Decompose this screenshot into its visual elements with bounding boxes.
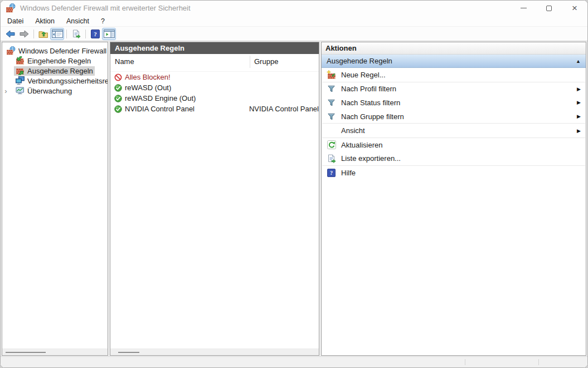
console-tree-icon (52, 30, 63, 38)
action-label: Nach Gruppe filtern (341, 112, 404, 121)
collapse-arrow-icon[interactable]: ▲ (576, 58, 581, 64)
console-tree: Windows Defender Firewall mit (2, 42, 108, 96)
rule-name: NVIDIA Control Panel (125, 105, 244, 113)
tree-item-monitoring[interactable]: › Überwachung (2, 86, 108, 96)
tree-item-inbound-rules[interactable]: Eingehende Regeln (2, 56, 108, 66)
firewall-globe-icon (7, 46, 16, 55)
forward-button[interactable] (17, 28, 31, 40)
outbound-rules-icon (16, 66, 25, 75)
submenu-arrow-icon: ▶ (577, 114, 581, 119)
firewall-app-icon (6, 3, 16, 13)
action-label: Aktualisieren (341, 141, 382, 149)
toolbar-separator (33, 30, 34, 38)
menu-help[interactable]: ? (101, 17, 105, 25)
action-help[interactable]: ? Hilfe (322, 166, 586, 180)
column-headers: Name Gruppe (110, 54, 319, 72)
main-area: Windows Defender Firewall mit (1, 41, 587, 356)
tree-horizontal-scrollbar[interactable] (2, 349, 108, 355)
rules-list-pane: Ausgehende Regeln Name Gruppe Alles Bloc… (110, 42, 319, 356)
action-pane-toggle-button[interactable] (102, 28, 116, 40)
console-tree-toggle-button[interactable] (50, 28, 64, 40)
tree-root-label: Windows Defender Firewall mit (18, 47, 108, 55)
column-divider[interactable] (250, 56, 250, 68)
console-tree-pane: Windows Defender Firewall mit (2, 42, 108, 356)
blocked-icon (114, 73, 122, 81)
svg-text:?: ? (330, 170, 333, 176)
menu-datei[interactable]: Datei (7, 17, 23, 25)
action-filter-by-profile[interactable]: Nach Profil filtern ▶ (322, 82, 586, 96)
back-button[interactable] (3, 28, 17, 40)
minimize-button[interactable] (511, 1, 536, 16)
empty-icon-slot (327, 126, 336, 135)
action-new-rule[interactable]: Neue Regel... (322, 68, 586, 82)
tree-node-monitoring[interactable]: Überwachung (14, 86, 74, 96)
tree-root-row[interactable]: Windows Defender Firewall mit (2, 46, 108, 56)
tree-node-inbound[interactable]: Eingehende Regeln (14, 56, 93, 66)
action-export-list[interactable]: Liste exportieren... (322, 152, 586, 166)
submenu-arrow-icon: ▶ (577, 86, 581, 92)
action-filter-by-status[interactable]: Nach Status filtern ▶ (322, 96, 586, 110)
tree-item-label: Verbindungssicherheitsrege (27, 77, 108, 85)
tree-item-connection-security[interactable]: Verbindungssicherheitsrege (2, 76, 108, 86)
status-bar-divider (538, 359, 539, 365)
action-refresh[interactable]: Aktualisieren (322, 138, 586, 152)
close-icon: × (572, 3, 577, 13)
export-list-button[interactable] (69, 28, 83, 40)
rule-name: Alles Blocken! (125, 73, 252, 81)
rule-row-rewasd[interactable]: reWASD (Out) (110, 82, 319, 93)
rule-name: reWASD Engine (Out) (125, 94, 252, 102)
help-button[interactable]: ? (88, 28, 102, 40)
app-window: Windows Defender Firewall mit erweiterte… (0, 0, 588, 368)
status-bar (1, 356, 587, 367)
action-label: Nach Profil filtern (341, 85, 396, 93)
maximize-icon (546, 6, 552, 11)
tree-item-label: Ausgehende Regeln (27, 67, 93, 75)
svg-text:?: ? (94, 31, 97, 37)
rule-row-rewasd-engine[interactable]: reWASD Engine (Out) (110, 93, 319, 104)
forward-icon (20, 30, 29, 38)
rule-row-alles-blocken[interactable]: Alles Blocken! (110, 72, 319, 82)
tree-node-outbound[interactable]: Ausgehende Regeln (14, 66, 95, 76)
title-bar: Windows Defender Firewall mit erweiterte… (1, 1, 587, 16)
tree-item-outbound-rules[interactable]: Ausgehende Regeln (2, 66, 108, 76)
column-header-group[interactable]: Gruppe (254, 57, 278, 66)
filter-icon (327, 112, 336, 121)
actions-section-header[interactable]: Ausgehende Regeln ▲ (322, 55, 586, 68)
action-label: Neue Regel... (341, 71, 386, 79)
allowed-icon (114, 95, 122, 102)
allowed-icon (114, 105, 122, 113)
maximize-button[interactable] (536, 1, 562, 16)
close-button[interactable]: × (562, 1, 587, 16)
actions-pane: Aktionen Ausgehende Regeln ▲ (321, 42, 586, 356)
tree-item-label: Überwachung (27, 87, 72, 95)
action-label: Nach Status filtern (341, 99, 400, 107)
action-pane-icon (104, 30, 115, 38)
list-pane-title: Ausgehende Regeln (110, 42, 319, 54)
action-filter-by-group[interactable]: Nach Gruppe filtern ▶ (322, 110, 586, 124)
tree-node-connection-security[interactable]: Verbindungssicherheitsrege (14, 76, 108, 86)
inbound-rules-icon (16, 56, 25, 65)
rule-row-nvidia[interactable]: NVIDIA Control Panel NVIDIA Control Pane… (110, 104, 319, 114)
up-folder-icon (38, 30, 48, 38)
column-header-name[interactable]: Name (115, 57, 134, 66)
connection-security-icon (16, 76, 25, 85)
menu-ansicht[interactable]: Ansicht (66, 17, 89, 25)
window-title: Windows Defender Firewall mit erweiterte… (20, 4, 191, 12)
toolbar: ? (1, 26, 587, 41)
menu-aktion[interactable]: Aktion (35, 17, 55, 25)
status-bar-divider (465, 359, 465, 365)
expand-chevron-icon[interactable]: › (2, 87, 9, 95)
toolbar-separator (85, 30, 86, 38)
export-list-icon (327, 154, 336, 163)
up-level-button[interactable] (36, 28, 50, 40)
export-list-icon (72, 30, 81, 38)
actions-pane-title: Aktionen (322, 42, 586, 55)
tree-item-label: Eingehende Regeln (27, 57, 91, 65)
action-view[interactable]: Ansicht ▶ (322, 124, 586, 138)
list-horizontal-scrollbar[interactable] (110, 349, 319, 355)
filter-icon (327, 85, 336, 93)
scrollbar-thumb[interactable] (6, 352, 46, 353)
scrollbar-thumb[interactable] (118, 352, 139, 353)
actions-section-label: Ausgehende Regeln (327, 57, 392, 65)
tree-node-root[interactable]: Windows Defender Firewall mit (5, 46, 108, 56)
